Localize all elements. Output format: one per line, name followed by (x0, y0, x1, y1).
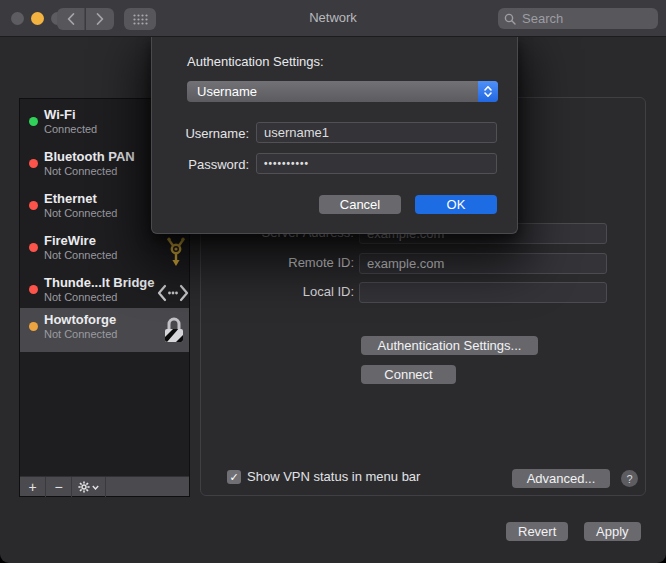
connect-button[interactable]: Connect (361, 365, 456, 384)
dropdown-stepper-icon (478, 81, 498, 102)
show-vpn-label: Show VPN status in menu bar (247, 469, 420, 484)
gear-icon (78, 481, 90, 493)
username-label: Username: (152, 126, 249, 141)
dropdown-selected-value: Username (187, 84, 478, 99)
ok-button[interactable]: OK (415, 195, 497, 214)
status-dot (29, 243, 38, 252)
connection-status: Not Connected (44, 328, 117, 340)
show-vpn-checkbox[interactable]: ✓ (227, 470, 241, 484)
network-preferences-window: Server Address: Remote ID: Local ID: Aut… (0, 0, 666, 563)
help-button[interactable]: ? (621, 470, 638, 487)
title-bar: Network (0, 0, 666, 37)
connection-status: Not Connected (44, 165, 117, 177)
connection-status: Not Connected (44, 249, 117, 261)
remote-id-field[interactable] (359, 253, 607, 274)
add-connection-button[interactable]: + (20, 477, 46, 497)
password-field[interactable] (256, 153, 497, 174)
remote-id-label: Remote ID: (201, 255, 354, 270)
vpn-lock-icon (160, 313, 188, 345)
connection-name: Thunde...lt Bridge (44, 275, 155, 290)
remove-connection-button[interactable]: − (46, 477, 72, 497)
username-field[interactable] (256, 122, 497, 143)
connection-status: Not Connected (44, 291, 117, 303)
status-dot (29, 322, 38, 331)
connection-status: Connected (44, 123, 97, 135)
chevron-down-icon (92, 485, 99, 490)
local-id-label: Local ID: (201, 284, 354, 299)
sidebar-footer-bar: + − (20, 476, 189, 496)
sidebar-item-howtoforge[interactable]: Howtoforge Not Connected (20, 308, 189, 352)
authentication-settings-sheet: Authentication Settings: Username Userna… (151, 37, 518, 234)
apply-button[interactable]: Apply (584, 522, 641, 541)
status-dot (29, 201, 38, 210)
connection-name: Ethernet (44, 191, 97, 206)
connection-name: Wi-Fi (44, 107, 76, 122)
status-dot (29, 285, 38, 294)
local-id-field[interactable] (359, 282, 607, 303)
sheet-title: Authentication Settings: (187, 54, 324, 69)
search-input[interactable] (520, 10, 652, 27)
firewire-icon (164, 236, 188, 268)
advanced-button[interactable]: Advanced... (512, 469, 610, 488)
actions-menu-button[interactable] (72, 477, 106, 497)
sidebar-item-firewire[interactable]: FireWire Not Connected (20, 230, 189, 272)
password-label: Password: (152, 157, 249, 172)
connection-status: Not Connected (44, 207, 117, 219)
search-field[interactable] (498, 8, 658, 29)
status-dot (29, 159, 38, 168)
connection-name: Bluetooth PAN (44, 149, 135, 164)
auth-method-dropdown[interactable]: Username (187, 81, 498, 102)
connection-name: FireWire (44, 233, 96, 248)
cancel-button[interactable]: Cancel (319, 195, 401, 214)
authentication-settings-button[interactable]: Authentication Settings... (361, 336, 538, 355)
status-dot (29, 117, 38, 126)
search-icon (504, 13, 516, 25)
connection-name: Howtoforge (44, 312, 116, 327)
thunderbolt-bridge-icon (156, 281, 190, 305)
revert-button[interactable]: Revert (506, 522, 568, 541)
